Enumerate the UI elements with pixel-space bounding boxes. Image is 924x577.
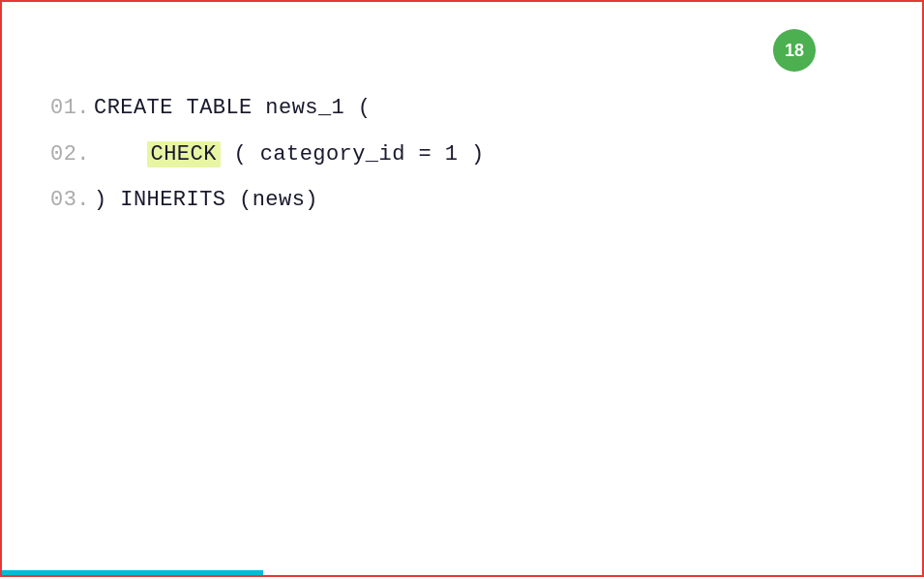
check-keyword: CHECK	[147, 141, 221, 167]
code-line-2: 02. CHECK ( category_id = 1 )	[50, 136, 485, 174]
code-line-3: 03. ) INHERITS (news)	[50, 181, 485, 220]
badge-value: 18	[785, 41, 804, 61]
code-content-2: CHECK ( category_id = 1 )	[94, 136, 485, 174]
line-number-2: 02.	[50, 136, 94, 174]
bottom-bar	[2, 570, 263, 575]
code-block: 01. CREATE TABLE news_1 ( 02. CHECK ( ca…	[50, 89, 485, 228]
code-content-1: CREATE TABLE news_1 (	[94, 89, 372, 128]
code-content-3: ) INHERITS (news)	[94, 181, 318, 220]
badge: 18	[773, 29, 816, 72]
code-line-1: 01. CREATE TABLE news_1 (	[50, 89, 485, 128]
line-number-3: 03.	[50, 181, 94, 220]
line-number-1: 01.	[50, 89, 94, 128]
